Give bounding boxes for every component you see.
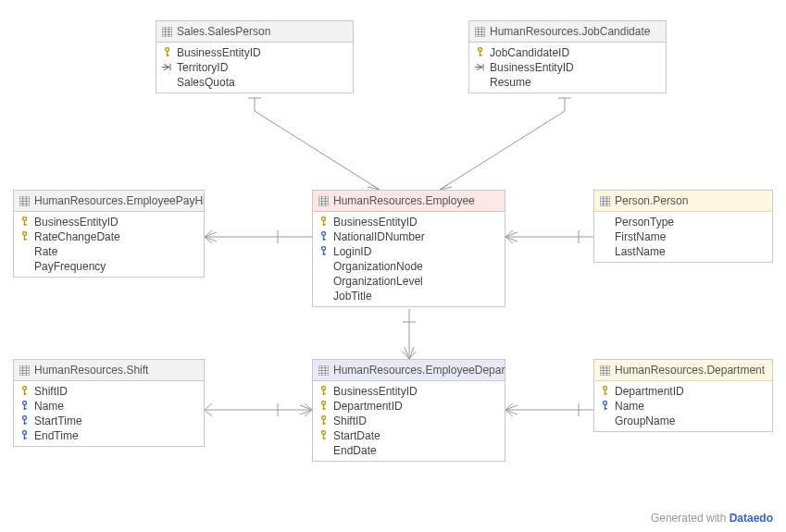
svg-point-47 [322,231,326,235]
column-row[interactable]: ShiftID [313,414,505,428]
unique-key-icon [19,430,30,442]
column-row[interactable]: Name [14,399,204,414]
column-row[interactable]: LoginID [313,244,505,259]
entity-salesperson[interactable]: Sales.SalesPerson BusinessEntityIDTerrit… [156,20,354,93]
entity-employeepayhistory[interactable]: HumanResources.EmployeePayHi... Business… [13,190,205,278]
column-row[interactable]: BusinessEntityID [469,60,666,75]
column-row[interactable]: DepartmentID [313,399,505,414]
entity-title: Person.Person [615,194,688,207]
entity-header: HumanResources.EmployeePayHi... [14,191,204,212]
column-name: LastName [615,245,666,258]
column-list: BusinessEntityIDRateChangeDateRatePayFre… [14,212,204,277]
entity-header: HumanResources.Department [594,360,772,381]
entity-employeedepartment[interactable]: HumanResources.EmployeeDepar... Business… [312,359,505,462]
column-name: BusinessEntityID [333,216,418,229]
column-row[interactable]: BusinessEntityID [313,215,505,229]
svg-point-44 [322,217,326,220]
column-row[interactable]: StartDate [313,428,505,443]
primary-key-icon [318,401,329,413]
svg-rect-94 [323,438,326,439]
column-row[interactable]: StartTime [14,414,204,428]
column-name: BusinessEntityID [490,61,574,74]
column-row[interactable]: Rate [14,244,204,259]
entity-shift[interactable]: HumanResources.Shift ShiftIDNameStartTim… [13,359,205,447]
svg-point-104 [604,401,607,404]
entity-jobcandidate[interactable]: HumanResources.JobCandidate JobCandidate… [468,20,667,93]
column-name: LoginID [333,245,371,258]
column-row[interactable]: OrganizationNode [313,259,505,274]
foreign-key-icon [162,63,172,73]
column-row[interactable]: FirstName [594,229,772,244]
column-name: DepartmentID [615,385,684,398]
column-row[interactable]: Name [594,399,772,414]
primary-key-icon [318,430,329,442]
footer-brand-link[interactable]: Dataedo [730,512,773,525]
entity-employee[interactable]: HumanResources.Employee BusinessEntityID… [312,190,505,307]
column-row[interactable]: BusinessEntityID [156,45,353,60]
table-icon [600,196,610,206]
svg-point-86 [322,401,326,404]
unique-key-icon [600,401,610,413]
column-row[interactable]: EndTime [14,428,204,443]
svg-rect-34 [24,224,27,225]
column-row[interactable]: TerritoryID [156,60,353,75]
column-row[interactable]: RateChangeDate [14,229,204,244]
column-row[interactable]: GroupName [594,414,772,428]
svg-point-71 [23,415,27,419]
svg-point-19 [479,47,482,51]
column-name: ShiftID [34,385,68,398]
column-row[interactable]: BusinessEntityID [14,215,204,229]
svg-point-32 [23,217,27,220]
svg-rect-49 [323,239,326,240]
column-name: BusinessEntityID [34,216,119,229]
table-icon [318,365,329,376]
svg-rect-73 [24,423,27,424]
column-row[interactable]: NationalIDNumber [313,229,505,244]
entity-person[interactable]: Person.Person PersonTypeFirstNameLastNam… [593,190,773,263]
svg-point-35 [23,231,27,235]
svg-rect-37 [24,239,27,240]
svg-rect-70 [24,408,27,409]
column-row[interactable]: OrganizationLevel [313,274,505,289]
primary-key-icon [19,386,30,398]
column-row[interactable]: BusinessEntityID [313,384,505,399]
column-row[interactable]: SalesQuota [156,75,353,90]
column-row[interactable]: PayFrequency [14,259,204,274]
svg-rect-52 [323,254,326,254]
column-row[interactable]: Resume [469,75,666,90]
column-name: BusinessEntityID [177,46,261,59]
column-row[interactable]: LastName [594,244,772,259]
column-row[interactable]: DepartmentID [594,384,772,399]
column-name: NationalIDNumber [333,230,425,243]
column-name: EndTime [34,429,79,442]
svg-rect-103 [605,393,607,394]
column-name: Name [615,400,644,413]
primary-key-icon [19,217,30,229]
svg-point-101 [604,386,607,390]
svg-rect-85 [323,393,326,394]
column-name: ShiftID [333,414,367,427]
column-row[interactable]: PersonType [594,215,772,229]
column-row[interactable]: ShiftID [14,384,204,399]
primary-key-icon [475,47,485,59]
column-row[interactable]: JobCandidateID [469,45,666,60]
column-name: EndDate [333,444,377,457]
column-name: Resume [490,76,531,89]
column-row[interactable]: EndDate [313,443,505,458]
svg-point-68 [23,401,27,404]
table-icon [600,365,610,376]
column-name: PayFrequency [34,260,106,273]
column-name: StartDate [333,429,381,442]
entity-header: HumanResources.Shift [14,360,204,381]
column-name: TerritoryID [177,61,228,74]
entity-title: HumanResources.EmployeeDepar... [333,364,505,377]
column-name: Name [34,400,64,413]
entity-department[interactable]: HumanResources.Department DepartmentIDNa… [593,359,773,432]
entity-header: Person.Person [594,191,772,212]
svg-point-89 [322,415,326,419]
svg-rect-76 [24,438,27,439]
column-name: PersonType [615,216,674,229]
foreign-key-icon [475,63,485,73]
column-list: PersonTypeFirstNameLastName [594,212,772,262]
column-row[interactable]: JobTitle [313,289,505,303]
